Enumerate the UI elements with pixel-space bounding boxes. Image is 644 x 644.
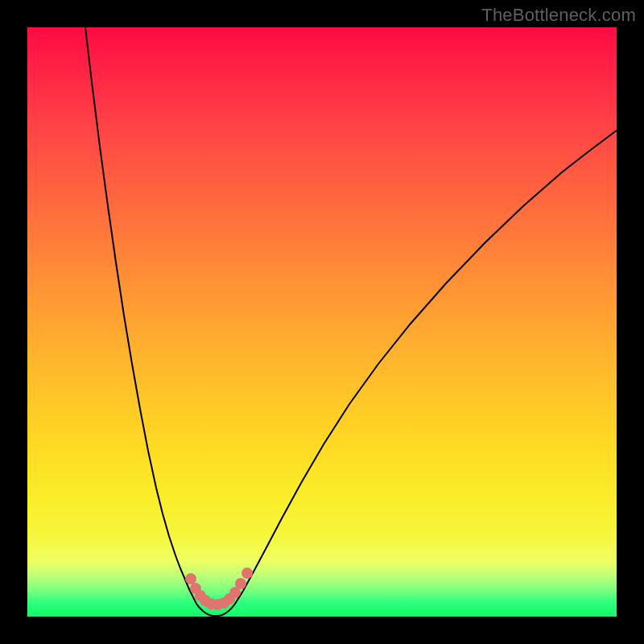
marker-dot <box>235 578 246 589</box>
chart-frame: TheBottleneck.com <box>0 0 644 644</box>
marker-dot <box>185 573 196 584</box>
marker-dot <box>242 568 253 579</box>
plot-area <box>27 27 617 617</box>
curve-path <box>85 27 617 616</box>
bottleneck-curve <box>27 27 617 617</box>
marker-cluster <box>185 568 253 610</box>
watermark-label: TheBottleneck.com <box>481 5 636 26</box>
